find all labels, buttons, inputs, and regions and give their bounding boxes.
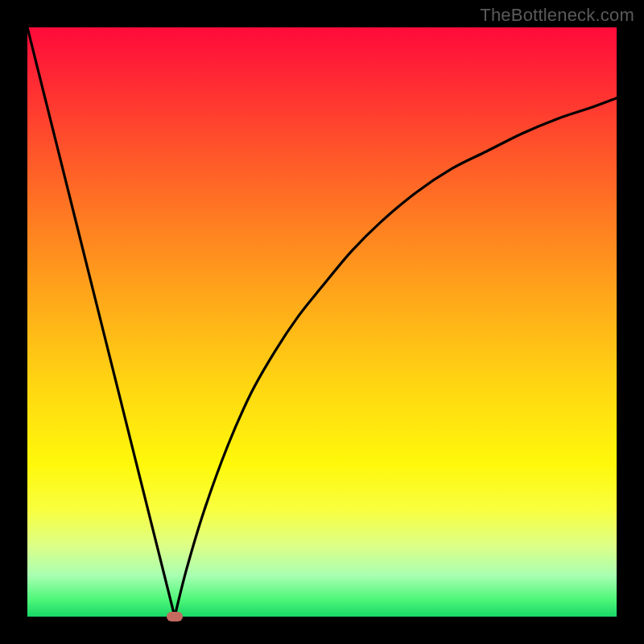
plot-area [27, 27, 617, 617]
minimum-marker [167, 612, 183, 621]
watermark-text: TheBottleneck.com [480, 5, 634, 26]
curve-svg [27, 27, 617, 617]
curve-right-branch [175, 98, 617, 617]
chart-frame: TheBottleneck.com [0, 0, 644, 644]
curve-left-branch [27, 27, 175, 617]
